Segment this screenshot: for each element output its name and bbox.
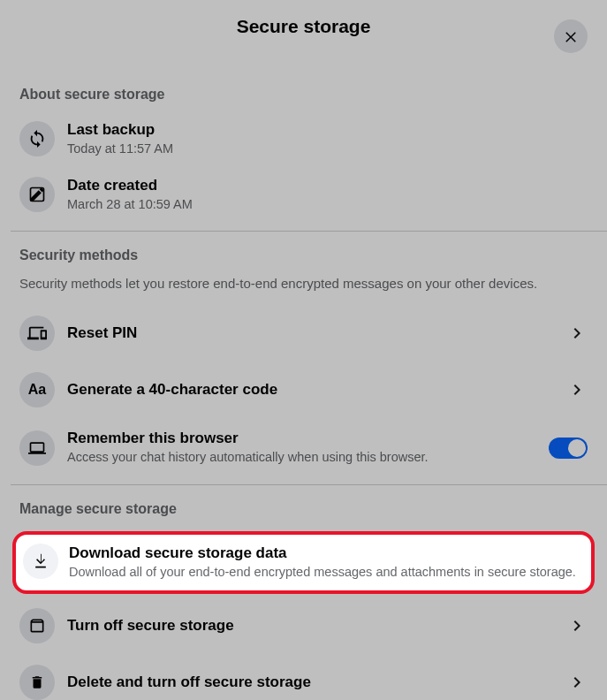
- toggle-knob: [568, 439, 586, 457]
- chevron-right-icon: [566, 615, 588, 636]
- devices-icon: [19, 316, 55, 351]
- reset-pin-title: Reset PIN: [67, 323, 566, 343]
- remember-sub: Access your chat history automatically w…: [67, 449, 549, 467]
- close-icon: [563, 28, 579, 44]
- remember-browser-row[interactable]: Remember this browser Access your chat h…: [0, 422, 607, 474]
- last-backup-sub: Today at 11:57 AM: [67, 141, 588, 158]
- header: Secure storage: [0, 0, 607, 62]
- sync-icon: [19, 121, 55, 156]
- delete-title: Delete and turn off secure storage: [67, 673, 566, 692]
- date-created-sub: March 28 at 10:59 AM: [67, 196, 588, 214]
- chevron-right-icon: [566, 379, 588, 400]
- download-icon: [23, 544, 58, 579]
- remember-title: Remember this browser: [67, 429, 549, 448]
- text-icon: Aa: [19, 372, 55, 407]
- chevron-right-icon: [566, 672, 588, 693]
- date-created-title: Date created: [67, 176, 588, 195]
- close-button[interactable]: [554, 19, 588, 53]
- generate-code-row[interactable]: Aa Generate a 40-character code: [0, 365, 607, 415]
- last-backup-title: Last backup: [67, 120, 588, 140]
- about-heading: About secure storage: [0, 62, 607, 113]
- chevron-right-icon: [566, 323, 588, 344]
- security-heading: Security methods: [0, 232, 607, 274]
- download-storage-row[interactable]: Download secure storage data Download al…: [12, 531, 595, 594]
- download-title: Download secure storage data: [69, 544, 584, 563]
- page-title: Secure storage: [237, 16, 371, 37]
- date-created-row: Date created March 28 at 10:59 AM: [0, 169, 607, 221]
- remember-toggle[interactable]: [549, 438, 588, 459]
- delete-turn-off-row[interactable]: Delete and turn off secure storage: [0, 658, 607, 700]
- turn-off-row[interactable]: Turn off secure storage: [0, 601, 607, 651]
- security-desc: Security methods let you restore end-to-…: [0, 274, 607, 308]
- generate-code-title: Generate a 40-character code: [67, 380, 566, 399]
- edit-box-icon: [19, 177, 55, 212]
- trash-icon: [19, 665, 55, 700]
- archive-icon: [19, 608, 55, 643]
- laptop-icon: [19, 430, 55, 466]
- turn-off-title: Turn off secure storage: [67, 616, 566, 635]
- manage-heading: Manage secure storage: [0, 485, 607, 528]
- download-sub: Download all of your end-to-end encrypte…: [69, 564, 584, 582]
- reset-pin-row[interactable]: Reset PIN: [0, 308, 607, 358]
- last-backup-row: Last backup Today at 11:57 AM: [0, 113, 607, 165]
